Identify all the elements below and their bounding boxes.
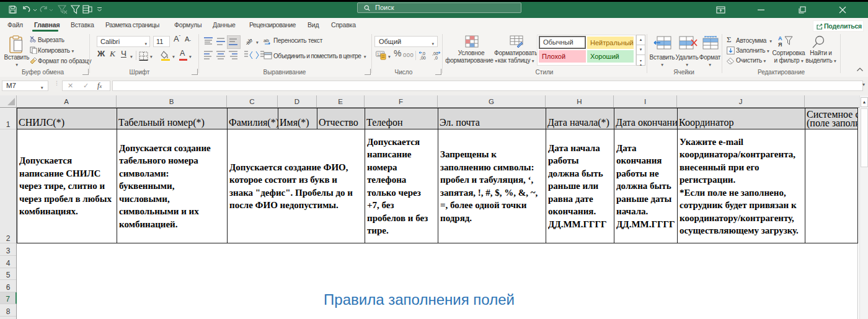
svg-text:,00: ,00 xyxy=(420,56,426,60)
svg-text:,00: ,00 xyxy=(432,51,438,56)
svg-text:Я: Я xyxy=(778,42,782,48)
svg-text:,0: ,0 xyxy=(422,51,425,56)
svg-text:ab: ab xyxy=(264,38,269,43)
svg-text:А: А xyxy=(778,35,782,42)
svg-text:,0: ,0 xyxy=(434,56,438,60)
